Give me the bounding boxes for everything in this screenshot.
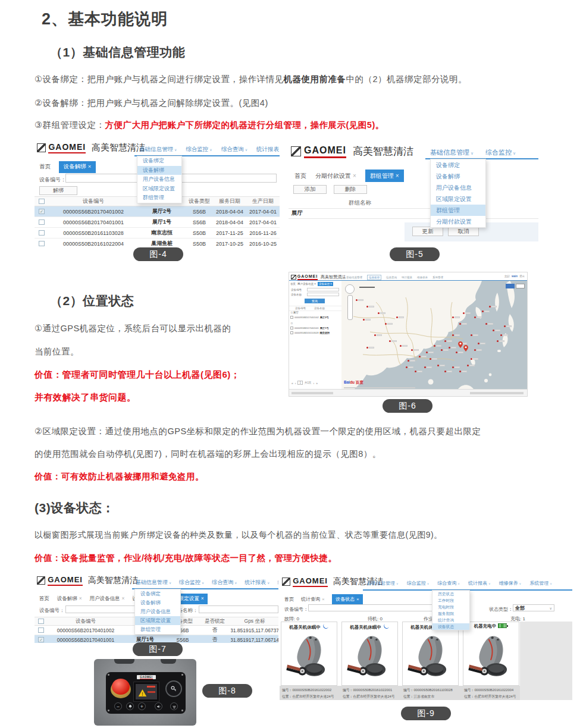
nav-item-统计报表[interactable]: 统计报表∨ xyxy=(468,580,491,586)
map-marker[interactable] xyxy=(434,345,435,347)
map-marker[interactable] xyxy=(430,358,431,360)
nav-item-综合查询[interactable]: 综合查询∨ xyxy=(212,579,237,586)
unbind-button[interactable]: 解绑 xyxy=(39,186,77,195)
checkbox[interactable]: ✓ xyxy=(38,637,43,642)
nav-item-系统管理[interactable]: 系统管理 xyxy=(432,276,443,279)
text-input[interactable] xyxy=(199,605,278,613)
close-icon[interactable]: × xyxy=(322,597,325,602)
nav-item-综合监控[interactable]: 综合监控∨ xyxy=(186,146,212,153)
nav-item-维修保养[interactable]: 维修保养∨ xyxy=(499,580,522,586)
sidebar-row[interactable]: 00000S56B20170401001展厅1号 xyxy=(290,327,329,330)
map-marker[interactable] xyxy=(467,365,469,366)
tab-设备解绑[interactable]: 设备解绑× xyxy=(59,161,96,173)
page-prev-icon[interactable]: « xyxy=(292,381,293,385)
tab-home[interactable]: 首页 xyxy=(290,283,296,285)
tab-统计查询[interactable]: 统计查询× xyxy=(301,596,325,603)
map-marker[interactable] xyxy=(456,352,457,353)
emergency-stop-button[interactable] xyxy=(112,679,130,695)
nav-item-统计报表[interactable]: 统计报表∨ xyxy=(245,579,269,586)
table-row[interactable]: 00000S50B20161103028南京志恒S50B2017-11-2520… xyxy=(35,228,280,239)
close-icon[interactable]: × xyxy=(88,163,92,170)
machine-card[interactable]: 机器关机休眠中 xyxy=(281,622,337,686)
page-next-icon[interactable]: › xyxy=(313,381,314,385)
update-button[interactable]: 更新 xyxy=(412,227,443,236)
field-input[interactable] xyxy=(307,293,339,296)
menu-item-区域限定设置[interactable]: 区域限定设置 xyxy=(135,616,180,625)
table-row[interactable]: 00000S50B20161022004巢湖鱼桩S50B2017-10-2520… xyxy=(35,239,280,247)
close-icon[interactable]: × xyxy=(353,172,356,179)
menu-item-群组管理[interactable]: 群组管理 xyxy=(431,205,485,216)
delete-button[interactable]: 删除 xyxy=(334,185,367,194)
nav-item-基础信息管理[interactable]: 基础信息管理∨ xyxy=(366,580,399,586)
menu-item-设备绑定[interactable]: 设备绑定 xyxy=(137,156,181,166)
page-prev-icon[interactable]: ‹ xyxy=(295,381,296,385)
map-marker[interactable] xyxy=(419,356,421,357)
menu-item-用户设备信息[interactable]: 用户设备信息 xyxy=(137,175,181,184)
nav-item-系统管理[interactable]: 系统管理∨ xyxy=(529,580,552,586)
checkbox[interactable] xyxy=(290,327,293,330)
map-pin-icon[interactable] xyxy=(458,341,463,348)
menu-item-区域限定设置[interactable]: 区域限定设置 xyxy=(137,184,181,194)
menu-item-群组管理[interactable]: 群组管理 xyxy=(137,193,181,203)
map-marker[interactable] xyxy=(437,365,439,366)
menu-item-设备解绑[interactable]: 设备解绑 xyxy=(135,598,180,607)
nav-item-综合监控[interactable]: 综合监控∨ xyxy=(179,579,204,586)
map-marker[interactable] xyxy=(374,334,376,336)
add-button[interactable]: 添加 xyxy=(293,185,327,194)
tab-monitor[interactable]: 设备监控 × xyxy=(318,282,333,286)
map-marker[interactable] xyxy=(441,349,443,351)
close-icon[interactable]: × xyxy=(79,595,82,601)
nav-item-基础信息管理[interactable]: 基础信息管理∨ xyxy=(139,146,177,153)
checkbox[interactable] xyxy=(39,199,45,205)
map-marker[interactable] xyxy=(406,366,408,368)
menu-item-设备绑定[interactable]: 设备绑定 xyxy=(431,159,485,171)
key-switch[interactable] xyxy=(165,680,182,697)
map-canvas[interactable] xyxy=(341,281,527,389)
map-area[interactable]: Baidu 百度 xyxy=(341,281,527,389)
query-button[interactable]: 查询 xyxy=(305,299,325,303)
map-marker[interactable] xyxy=(452,334,454,336)
checkbox[interactable] xyxy=(39,219,45,225)
checkbox[interactable] xyxy=(290,331,293,334)
sidebar-row[interactable]: 00000S56B20170401002展厅2号 xyxy=(290,316,329,319)
group-row[interactable]: 展厅 xyxy=(289,208,538,219)
map-compass[interactable] xyxy=(345,284,355,294)
nav-item-综合查询[interactable]: 综合查询∨ xyxy=(221,146,247,153)
nav-item-综合监控[interactable]: 综合监控∨ xyxy=(485,148,516,157)
menu-item-充电时段[interactable]: 充电时段 xyxy=(432,604,469,610)
checkbox[interactable] xyxy=(38,627,43,633)
menu-item-设备状态[interactable]: 设备状态 xyxy=(432,623,469,630)
tab-设备解绑[interactable]: 设备解绑× xyxy=(57,595,82,603)
menu-item-设备绑定[interactable]: 设备绑定 xyxy=(135,589,180,598)
map-pin[interactable] xyxy=(458,340,463,350)
tab-分期付款设置[interactable]: 分期付款设置× xyxy=(315,172,356,180)
map-type-button[interactable] xyxy=(506,284,515,288)
menu-item-分期付款设置[interactable]: 分期付款设置 xyxy=(431,216,485,227)
map-marker[interactable] xyxy=(471,334,472,336)
tab-home[interactable]: 首页 xyxy=(284,596,294,603)
status-type-select[interactable]: 全部∨ xyxy=(513,604,554,611)
satellite-button[interactable] xyxy=(516,284,525,288)
nav-item-综合查询[interactable]: 综合查询 xyxy=(386,276,397,279)
map-marker[interactable] xyxy=(408,360,409,362)
plus-button[interactable]: + xyxy=(138,702,146,710)
table-row[interactable]: 00000S56B20170401001展厅1号S56B2018-04-0420… xyxy=(35,217,280,228)
nav-item-统计报表[interactable]: 统计报表∨ xyxy=(256,146,280,153)
map-marker[interactable] xyxy=(378,312,380,314)
menu-item-设备解绑[interactable]: 设备解绑 xyxy=(137,166,181,175)
menu-item-统计查询[interactable]: 统计查询 xyxy=(432,617,469,623)
tab-home[interactable]: 首页 xyxy=(39,163,51,171)
map-marker[interactable] xyxy=(452,366,454,368)
cancel-button[interactable]: 取消 xyxy=(448,227,479,236)
nav-item-基础信息管理[interactable]: 基础信息管理∨ xyxy=(430,148,474,157)
close-icon[interactable]: × xyxy=(121,595,124,601)
close-icon[interactable]: × xyxy=(201,595,204,601)
map-zoom-slider[interactable] xyxy=(347,295,353,320)
map-marker[interactable] xyxy=(426,352,428,353)
tab-home[interactable]: 首页 xyxy=(294,172,306,180)
map-marker[interactable] xyxy=(504,325,506,327)
nav-item-维修保养[interactable]: 维修保养 xyxy=(417,276,428,279)
checkbox[interactable] xyxy=(39,241,45,247)
menu-item-历史状态[interactable]: 历史状态 xyxy=(432,591,469,597)
checkbox[interactable]: ✓ xyxy=(39,209,45,215)
